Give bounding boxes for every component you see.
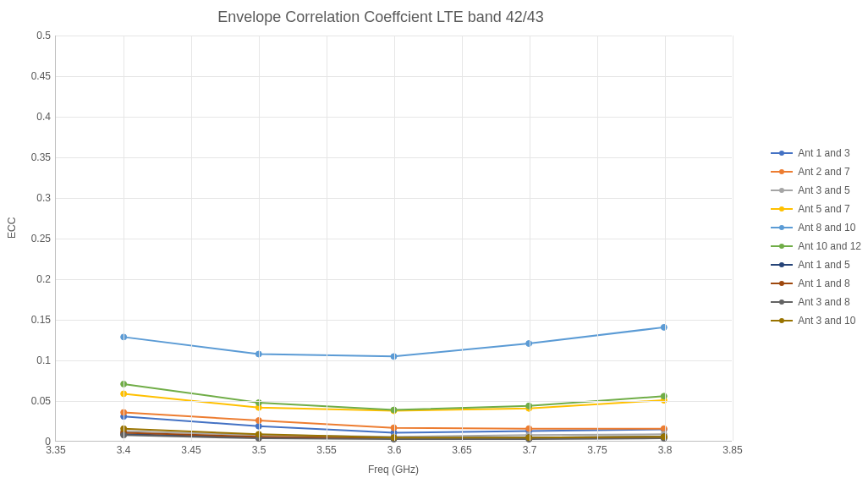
x-tick-label: 3.6 [387, 441, 402, 456]
gridline-v [462, 36, 463, 441]
legend-item: Ant 3 and 8 [771, 293, 861, 311]
x-tick-label: 3.5 [252, 441, 266, 456]
legend-item: Ant 3 and 10 [771, 311, 861, 330]
y-tick-label: 0.15 [31, 314, 56, 326]
x-tick-label: 3.45 [181, 441, 201, 456]
legend-swatch [771, 315, 793, 327]
x-tick-label: 3.55 [316, 441, 336, 456]
gridline-v [665, 36, 666, 441]
legend-label: Ant 2 and 7 [798, 166, 849, 178]
legend-label: Ant 8 and 10 [798, 222, 855, 234]
y-tick-label: 0.4 [36, 111, 56, 123]
y-tick-label: 0.45 [31, 70, 56, 82]
chart-container: Envelope Correlation Coeffcient LTE band… [0, 0, 868, 489]
gridline-v [597, 36, 598, 441]
x-axis-label: Freq (GHz) [55, 464, 732, 475]
legend-item: Ant 1 and 5 [771, 255, 861, 274]
legend-label: Ant 1 and 5 [798, 259, 849, 271]
legend-marker-icon [779, 281, 784, 286]
legend: Ant 1 and 3Ant 2 and 7Ant 3 and 5Ant 5 a… [771, 144, 861, 330]
legend-label: Ant 3 and 10 [798, 315, 855, 327]
legend-label: Ant 3 and 8 [798, 296, 849, 308]
y-tick-label: 0.3 [36, 192, 56, 204]
y-tick-label: 0.5 [36, 30, 56, 41]
legend-swatch [771, 147, 793, 159]
y-axis-label: ECC [6, 217, 18, 239]
x-tick-label: 3.8 [658, 441, 673, 456]
legend-marker-icon [779, 188, 784, 193]
y-tick-label: 0.35 [31, 151, 56, 163]
legend-item: Ant 5 and 7 [771, 200, 861, 218]
legend-swatch [771, 296, 793, 308]
legend-marker-icon [779, 299, 784, 305]
x-tick-label: 3.75 [587, 441, 607, 456]
y-tick-label: 0.05 [31, 395, 56, 407]
gridline-v [394, 36, 395, 441]
gridline-v [259, 36, 260, 441]
series-marker [661, 426, 667, 431]
legend-item: Ant 1 and 3 [771, 144, 861, 162]
legend-marker-icon [779, 169, 784, 174]
legend-marker-icon [779, 262, 784, 267]
y-tick-label: 0.1 [36, 354, 56, 366]
legend-swatch [771, 166, 793, 178]
series-marker [661, 324, 667, 330]
legend-item: Ant 10 and 12 [771, 237, 861, 255]
gridline-v [191, 36, 192, 441]
x-tick-label: 3.7 [523, 441, 537, 456]
legend-marker-icon [779, 318, 784, 323]
legend-label: Ant 5 and 7 [798, 203, 849, 215]
chart-title: Envelope Correlation Coeffcient LTE band… [0, 8, 761, 26]
legend-swatch [771, 203, 793, 215]
legend-label: Ant 3 and 5 [798, 184, 849, 196]
legend-marker-icon [779, 244, 784, 249]
legend-label: Ant 1 and 8 [798, 277, 849, 289]
gridline-v [327, 36, 327, 441]
y-tick-label: 0.2 [36, 273, 56, 285]
gridline-v [733, 36, 733, 441]
legend-label: Ant 1 and 3 [798, 147, 849, 159]
gridline-v [124, 36, 124, 441]
legend-swatch [771, 240, 793, 252]
series-marker [661, 393, 667, 399]
x-tick-label: 3.35 [46, 441, 65, 456]
gridline-v [530, 36, 530, 441]
y-tick-label: 0.25 [31, 233, 56, 244]
x-tick-label: 3.65 [452, 441, 471, 456]
legend-swatch [771, 277, 793, 289]
x-tick-label: 3.4 [117, 441, 131, 456]
legend-item: Ant 3 and 5 [771, 181, 861, 200]
legend-swatch [771, 222, 793, 234]
legend-item: Ant 8 and 10 [771, 218, 861, 237]
legend-swatch [771, 259, 793, 271]
x-tick-label: 3.85 [722, 441, 742, 456]
plot-area: 00.050.10.150.20.250.30.350.40.450.53.35… [55, 36, 732, 442]
series-marker [661, 434, 667, 440]
legend-label: Ant 10 and 12 [798, 240, 861, 252]
legend-swatch [771, 184, 793, 196]
legend-marker-icon [779, 206, 784, 212]
legend-marker-icon [779, 225, 784, 230]
legend-item: Ant 1 and 8 [771, 274, 861, 293]
legend-marker-icon [779, 151, 784, 156]
legend-item: Ant 2 and 7 [771, 162, 861, 181]
